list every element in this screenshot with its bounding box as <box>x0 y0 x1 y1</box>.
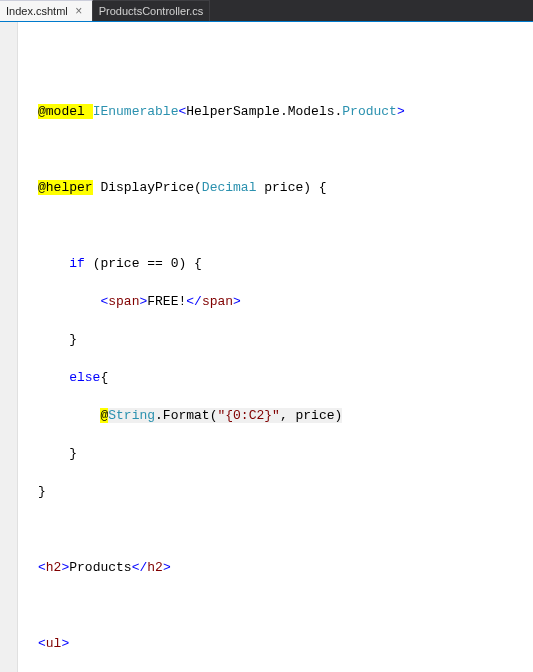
tab-label: ProductsController.cs <box>99 5 204 17</box>
razor-keyword: @helper <box>38 180 93 195</box>
tab-index-cshtml[interactable]: Index.cshtml × <box>0 0 93 21</box>
code-area[interactable]: @model IEnumerable<HelperSample.Models.P… <box>18 83 533 672</box>
editor-gutter <box>0 22 18 672</box>
tab-label: Index.cshtml <box>6 5 68 17</box>
type: IEnumerable <box>93 104 179 119</box>
code-editor[interactable]: @model IEnumerable<HelperSample.Models.P… <box>0 22 533 672</box>
close-icon[interactable]: × <box>72 4 86 18</box>
tab-products-controller[interactable]: ProductsController.cs <box>93 0 211 21</box>
tab-bar: Index.cshtml × ProductsController.cs <box>0 0 533 22</box>
razor-keyword: @model <box>38 104 85 119</box>
